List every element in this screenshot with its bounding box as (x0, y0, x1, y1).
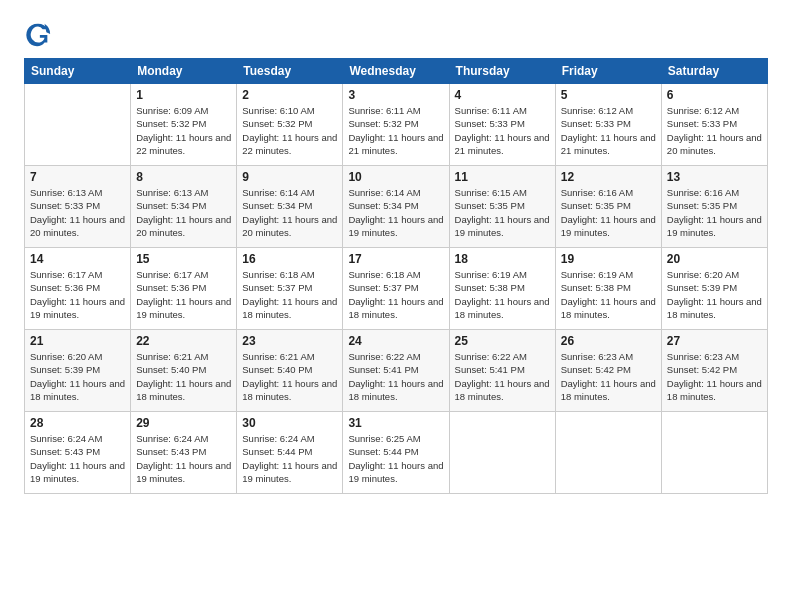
day-cell: 20Sunrise: 6:20 AM Sunset: 5:39 PM Dayli… (661, 248, 767, 330)
day-cell: 23Sunrise: 6:21 AM Sunset: 5:40 PM Dayli… (237, 330, 343, 412)
weekday-header-friday: Friday (555, 59, 661, 84)
day-cell: 2Sunrise: 6:10 AM Sunset: 5:32 PM Daylig… (237, 84, 343, 166)
week-row-1: 1Sunrise: 6:09 AM Sunset: 5:32 PM Daylig… (25, 84, 768, 166)
day-number: 30 (242, 416, 337, 430)
day-number: 24 (348, 334, 443, 348)
day-info: Sunrise: 6:23 AM Sunset: 5:42 PM Dayligh… (667, 350, 762, 403)
day-cell: 19Sunrise: 6:19 AM Sunset: 5:38 PM Dayli… (555, 248, 661, 330)
day-number: 14 (30, 252, 125, 266)
day-cell: 11Sunrise: 6:15 AM Sunset: 5:35 PM Dayli… (449, 166, 555, 248)
day-info: Sunrise: 6:22 AM Sunset: 5:41 PM Dayligh… (455, 350, 550, 403)
day-cell: 3Sunrise: 6:11 AM Sunset: 5:32 PM Daylig… (343, 84, 449, 166)
day-info: Sunrise: 6:25 AM Sunset: 5:44 PM Dayligh… (348, 432, 443, 485)
header (24, 20, 768, 48)
weekday-header-monday: Monday (131, 59, 237, 84)
day-info: Sunrise: 6:13 AM Sunset: 5:33 PM Dayligh… (30, 186, 125, 239)
day-info: Sunrise: 6:24 AM Sunset: 5:44 PM Dayligh… (242, 432, 337, 485)
day-cell: 1Sunrise: 6:09 AM Sunset: 5:32 PM Daylig… (131, 84, 237, 166)
day-cell: 25Sunrise: 6:22 AM Sunset: 5:41 PM Dayli… (449, 330, 555, 412)
day-cell: 18Sunrise: 6:19 AM Sunset: 5:38 PM Dayli… (449, 248, 555, 330)
day-info: Sunrise: 6:21 AM Sunset: 5:40 PM Dayligh… (242, 350, 337, 403)
day-info: Sunrise: 6:24 AM Sunset: 5:43 PM Dayligh… (136, 432, 231, 485)
day-cell: 28Sunrise: 6:24 AM Sunset: 5:43 PM Dayli… (25, 412, 131, 494)
day-number: 13 (667, 170, 762, 184)
logo-icon (24, 20, 52, 48)
day-info: Sunrise: 6:21 AM Sunset: 5:40 PM Dayligh… (136, 350, 231, 403)
day-number: 9 (242, 170, 337, 184)
week-row-3: 14Sunrise: 6:17 AM Sunset: 5:36 PM Dayli… (25, 248, 768, 330)
day-cell (555, 412, 661, 494)
day-number: 12 (561, 170, 656, 184)
day-cell: 13Sunrise: 6:16 AM Sunset: 5:35 PM Dayli… (661, 166, 767, 248)
day-cell: 6Sunrise: 6:12 AM Sunset: 5:33 PM Daylig… (661, 84, 767, 166)
weekday-header-saturday: Saturday (661, 59, 767, 84)
day-number: 7 (30, 170, 125, 184)
day-info: Sunrise: 6:16 AM Sunset: 5:35 PM Dayligh… (667, 186, 762, 239)
page: SundayMondayTuesdayWednesdayThursdayFrid… (0, 0, 792, 612)
day-cell: 22Sunrise: 6:21 AM Sunset: 5:40 PM Dayli… (131, 330, 237, 412)
day-cell: 30Sunrise: 6:24 AM Sunset: 5:44 PM Dayli… (237, 412, 343, 494)
day-cell: 24Sunrise: 6:22 AM Sunset: 5:41 PM Dayli… (343, 330, 449, 412)
day-number: 20 (667, 252, 762, 266)
day-info: Sunrise: 6:20 AM Sunset: 5:39 PM Dayligh… (667, 268, 762, 321)
day-cell: 4Sunrise: 6:11 AM Sunset: 5:33 PM Daylig… (449, 84, 555, 166)
day-cell: 27Sunrise: 6:23 AM Sunset: 5:42 PM Dayli… (661, 330, 767, 412)
day-number: 28 (30, 416, 125, 430)
logo (24, 20, 56, 48)
day-cell: 21Sunrise: 6:20 AM Sunset: 5:39 PM Dayli… (25, 330, 131, 412)
day-cell: 29Sunrise: 6:24 AM Sunset: 5:43 PM Dayli… (131, 412, 237, 494)
day-info: Sunrise: 6:12 AM Sunset: 5:33 PM Dayligh… (561, 104, 656, 157)
day-cell (661, 412, 767, 494)
day-info: Sunrise: 6:11 AM Sunset: 5:33 PM Dayligh… (455, 104, 550, 157)
day-info: Sunrise: 6:09 AM Sunset: 5:32 PM Dayligh… (136, 104, 231, 157)
day-info: Sunrise: 6:19 AM Sunset: 5:38 PM Dayligh… (455, 268, 550, 321)
day-info: Sunrise: 6:10 AM Sunset: 5:32 PM Dayligh… (242, 104, 337, 157)
day-info: Sunrise: 6:13 AM Sunset: 5:34 PM Dayligh… (136, 186, 231, 239)
day-number: 25 (455, 334, 550, 348)
day-number: 23 (242, 334, 337, 348)
day-number: 17 (348, 252, 443, 266)
day-number: 3 (348, 88, 443, 102)
day-number: 21 (30, 334, 125, 348)
week-row-5: 28Sunrise: 6:24 AM Sunset: 5:43 PM Dayli… (25, 412, 768, 494)
day-info: Sunrise: 6:11 AM Sunset: 5:32 PM Dayligh… (348, 104, 443, 157)
day-cell: 7Sunrise: 6:13 AM Sunset: 5:33 PM Daylig… (25, 166, 131, 248)
day-cell (449, 412, 555, 494)
day-number: 15 (136, 252, 231, 266)
day-number: 22 (136, 334, 231, 348)
day-cell: 12Sunrise: 6:16 AM Sunset: 5:35 PM Dayli… (555, 166, 661, 248)
day-cell: 8Sunrise: 6:13 AM Sunset: 5:34 PM Daylig… (131, 166, 237, 248)
weekday-header-sunday: Sunday (25, 59, 131, 84)
day-number: 2 (242, 88, 337, 102)
day-cell: 26Sunrise: 6:23 AM Sunset: 5:42 PM Dayli… (555, 330, 661, 412)
day-info: Sunrise: 6:14 AM Sunset: 5:34 PM Dayligh… (242, 186, 337, 239)
day-cell: 17Sunrise: 6:18 AM Sunset: 5:37 PM Dayli… (343, 248, 449, 330)
day-number: 29 (136, 416, 231, 430)
day-cell: 14Sunrise: 6:17 AM Sunset: 5:36 PM Dayli… (25, 248, 131, 330)
day-number: 11 (455, 170, 550, 184)
day-cell: 9Sunrise: 6:14 AM Sunset: 5:34 PM Daylig… (237, 166, 343, 248)
day-info: Sunrise: 6:16 AM Sunset: 5:35 PM Dayligh… (561, 186, 656, 239)
day-cell: 5Sunrise: 6:12 AM Sunset: 5:33 PM Daylig… (555, 84, 661, 166)
day-cell: 10Sunrise: 6:14 AM Sunset: 5:34 PM Dayli… (343, 166, 449, 248)
day-cell: 15Sunrise: 6:17 AM Sunset: 5:36 PM Dayli… (131, 248, 237, 330)
day-info: Sunrise: 6:22 AM Sunset: 5:41 PM Dayligh… (348, 350, 443, 403)
day-number: 8 (136, 170, 231, 184)
day-number: 18 (455, 252, 550, 266)
week-row-2: 7Sunrise: 6:13 AM Sunset: 5:33 PM Daylig… (25, 166, 768, 248)
day-number: 6 (667, 88, 762, 102)
day-number: 1 (136, 88, 231, 102)
day-info: Sunrise: 6:19 AM Sunset: 5:38 PM Dayligh… (561, 268, 656, 321)
weekday-header-row: SundayMondayTuesdayWednesdayThursdayFrid… (25, 59, 768, 84)
day-info: Sunrise: 6:12 AM Sunset: 5:33 PM Dayligh… (667, 104, 762, 157)
day-number: 4 (455, 88, 550, 102)
day-info: Sunrise: 6:17 AM Sunset: 5:36 PM Dayligh… (30, 268, 125, 321)
day-number: 10 (348, 170, 443, 184)
calendar-table: SundayMondayTuesdayWednesdayThursdayFrid… (24, 58, 768, 494)
day-number: 27 (667, 334, 762, 348)
day-number: 5 (561, 88, 656, 102)
day-number: 26 (561, 334, 656, 348)
weekday-header-wednesday: Wednesday (343, 59, 449, 84)
day-info: Sunrise: 6:23 AM Sunset: 5:42 PM Dayligh… (561, 350, 656, 403)
day-cell: 31Sunrise: 6:25 AM Sunset: 5:44 PM Dayli… (343, 412, 449, 494)
